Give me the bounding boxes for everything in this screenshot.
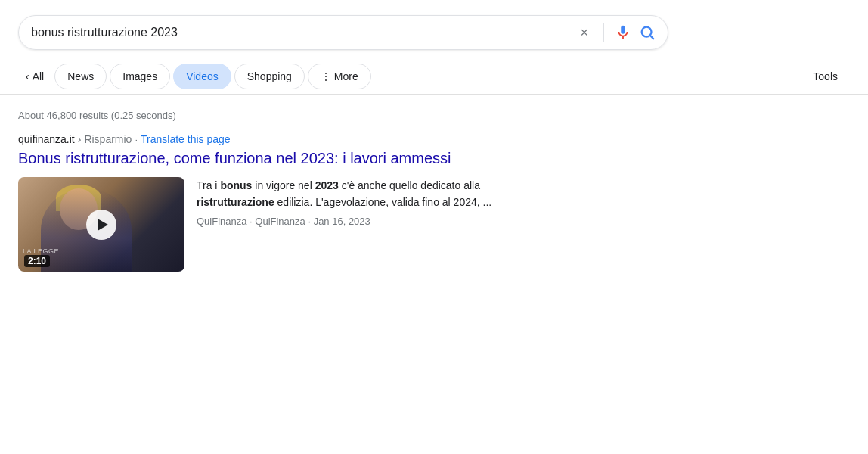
search-divider xyxy=(603,23,604,42)
video-duration: 2:10 xyxy=(24,255,50,267)
watermark-text: LA LEGGE xyxy=(23,247,59,255)
search-input[interactable]: bonus ristrutturazione 2023 xyxy=(31,26,568,39)
tab-more[interactable]: ⋮ More xyxy=(308,64,371,89)
tabs-container: ‹ All News Images Videos Shopping ⋮ More… xyxy=(0,59,868,95)
tab-news-label: News xyxy=(67,70,94,82)
video-thumbnail[interactable]: LA LEGGE 2:10 xyxy=(18,177,184,272)
result-domain: quifinanza.it xyxy=(18,133,75,145)
result-meta: QuiFinanza · QuiFinanza · Jan 16, 2023 xyxy=(197,216,549,227)
tab-more-label: ⋮ More xyxy=(321,70,358,82)
tab-images[interactable]: Images xyxy=(110,64,170,89)
search-bar: bonus ristrutturazione 2023 × xyxy=(18,15,668,50)
tools-button[interactable]: Tools xyxy=(801,64,850,89)
result-title[interactable]: Bonus ristrutturazione, come funziona ne… xyxy=(18,148,549,168)
results-info: About 46,800 results (0.25 seconds) xyxy=(0,95,868,129)
search-submit-icon[interactable] xyxy=(639,24,656,41)
svg-line-1 xyxy=(650,36,653,39)
back-icon: ‹ xyxy=(26,70,29,82)
result-breadcrumb: Risparmio xyxy=(84,133,132,145)
result-snippet-container: Tra i bonus in vigore nel 2023 c'è anche… xyxy=(197,177,549,227)
translate-link[interactable]: Translate this page xyxy=(141,133,231,145)
result-dot: · xyxy=(135,134,138,145)
result-separator: › xyxy=(78,133,82,145)
tab-videos-label: Videos xyxy=(186,70,219,82)
tab-videos[interactable]: Videos xyxy=(173,64,231,89)
tab-shopping-label: Shopping xyxy=(247,70,292,82)
result-container: quifinanza.it › Risparmio · Translate th… xyxy=(0,129,567,287)
tab-shopping[interactable]: Shopping xyxy=(234,64,305,89)
result-snippet: Tra i bonus in vigore nel 2023 c'è anche… xyxy=(197,177,549,211)
all-tab-label: All xyxy=(33,70,45,82)
result-source: quifinanza.it › Risparmio · Translate th… xyxy=(18,133,549,145)
tab-back[interactable]: ‹ All xyxy=(18,64,51,89)
results-count: About 46,800 results (0.25 seconds) xyxy=(18,110,176,121)
result-body: LA LEGGE 2:10 Tra i bonus in vigore nel … xyxy=(18,177,549,272)
tab-images-label: Images xyxy=(122,70,157,82)
play-icon xyxy=(98,219,108,231)
clear-icon[interactable]: × xyxy=(575,25,593,41)
thumbnail-watermark: LA LEGGE xyxy=(18,247,184,255)
tools-label: Tools xyxy=(813,70,838,82)
voice-search-icon[interactable] xyxy=(615,24,631,41)
play-button[interactable] xyxy=(86,210,116,240)
search-bar-container: bonus ristrutturazione 2023 × xyxy=(0,0,868,59)
tab-news[interactable]: News xyxy=(54,64,107,89)
thumbnail-decoration-body xyxy=(41,188,132,272)
